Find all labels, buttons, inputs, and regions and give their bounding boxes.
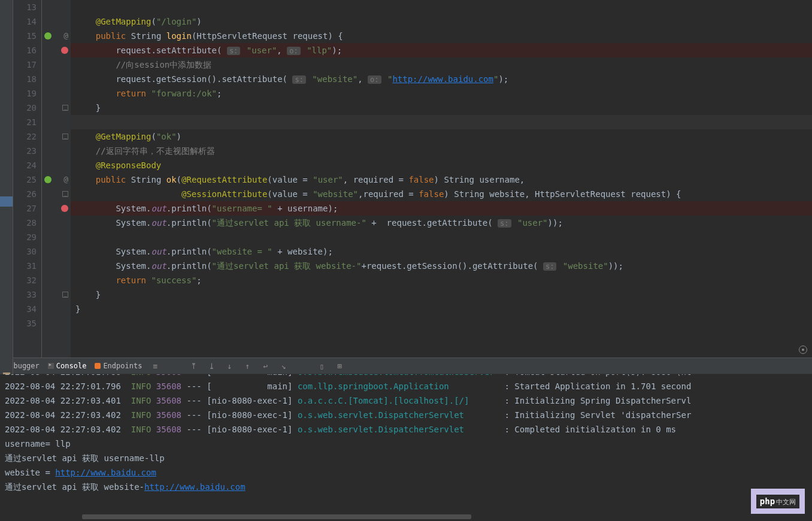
tab-console[interactable]: Console: [48, 362, 87, 370]
line-number[interactable]: 32: [13, 273, 37, 287]
line-number[interactable]: 16: [13, 43, 37, 57]
line-number[interactable]: 19: [13, 86, 37, 101]
spring-icon[interactable]: [44, 32, 51, 40]
endpoints-icon: [95, 363, 101, 369]
line-number[interactable]: 17: [13, 57, 37, 72]
line-number[interactable]: 28: [13, 216, 37, 230]
fold-icon[interactable]: [62, 105, 68, 111]
line-number[interactable]: 25: [13, 172, 37, 187]
marker-gutter[interactable]: @ @: [42, 0, 71, 358]
console-output[interactable]: 2022-08-04 22:27:01.788 INFO 35608 --- […: [0, 374, 812, 521]
line-number[interactable]: 20: [13, 101, 37, 115]
code-content[interactable]: @GetMapping("/login") public String logi…: [71, 0, 812, 358]
watermark-badge: php中文网: [751, 489, 805, 514]
line-number[interactable]: 35: [13, 316, 37, 331]
filter-icon[interactable]: ≡: [150, 361, 160, 371]
breakpoint-icon[interactable]: [61, 47, 68, 54]
export-icon[interactable]: ↓: [225, 361, 234, 371]
wrap-icon[interactable]: ↩: [260, 361, 270, 371]
tab-endpoints[interactable]: Endpoints: [95, 362, 142, 370]
fold-icon[interactable]: [62, 134, 68, 140]
line-number[interactable]: 14: [13, 14, 37, 29]
line-number[interactable]: 34: [13, 302, 37, 316]
layout-icon[interactable]: ▯: [317, 361, 326, 371]
line-number-gutter[interactable]: 13 14 15 16 17 18 19 20 21 22 23 24 25 2…: [13, 0, 42, 358]
fold-icon[interactable]: [62, 292, 68, 298]
line-number[interactable]: 23: [13, 144, 37, 158]
scroll-marker: [0, 196, 13, 207]
code-editor: 13 14 15 16 17 18 19 20 21 22 23 24 25 2…: [0, 0, 812, 358]
line-number[interactable]: 27: [13, 201, 37, 216]
import-icon[interactable]: ↑: [243, 361, 252, 371]
line-number[interactable]: 22: [13, 129, 37, 144]
line-number[interactable]: 21: [13, 115, 37, 129]
line-number[interactable]: 29: [13, 230, 37, 244]
console-line: username= llp: [5, 437, 807, 451]
line-number[interactable]: 30: [13, 244, 37, 259]
console-line: 通过servlet api 获取 username-llp: [5, 451, 807, 465]
settings-icon[interactable]: ⊞: [335, 361, 344, 371]
override-icon[interactable]: @: [63, 29, 68, 43]
up-icon[interactable]: ⤒: [189, 361, 198, 371]
line-number[interactable]: 33: [13, 287, 37, 302]
fold-icon[interactable]: [62, 191, 68, 197]
horizontal-scrollbar[interactable]: [82, 514, 471, 519]
line-number[interactable]: 13: [13, 0, 37, 14]
crosshair-icon[interactable]: [799, 346, 807, 354]
console-link[interactable]: http://www.baidu.com: [144, 482, 246, 492]
line-number[interactable]: 15: [13, 29, 37, 43]
spring-icon[interactable]: [44, 176, 51, 183]
console-link[interactable]: http://www.baidu.com: [55, 468, 156, 477]
line-number[interactable]: 24: [13, 158, 37, 172]
line-number[interactable]: 18: [13, 72, 37, 86]
down-icon[interactable]: ⤓: [207, 361, 216, 371]
line-number[interactable]: 26: [13, 187, 37, 201]
override-icon[interactable]: @: [63, 172, 68, 187]
scroll-end-icon[interactable]: ↘: [278, 361, 288, 371]
line-number[interactable]: 31: [13, 259, 37, 273]
breakpoint-icon[interactable]: [61, 205, 68, 212]
console-icon: [48, 363, 54, 369]
debug-toolbar: Debugger Console Endpoints ≡ ⤒ ⤓ ↓ ↑ ↩ ↘…: [0, 358, 812, 374]
